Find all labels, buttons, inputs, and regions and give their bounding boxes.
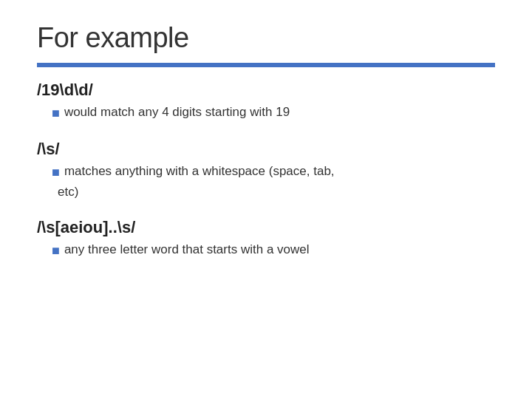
bullet-icon-s: ■ xyxy=(52,163,60,183)
code-label-s: /\s/ xyxy=(37,140,495,159)
bullet-text-saeiou: any three letter word that starts with a… xyxy=(64,240,310,259)
bullet-icon-19dd: ■ xyxy=(52,103,60,123)
bullet-icon-saeiou: ■ xyxy=(52,241,60,261)
section-regex-19dd: /19\d\d/ ■ would match any 4 digits star… xyxy=(37,81,495,123)
bullet-item-s: ■ matches anything with a whitespace (sp… xyxy=(52,162,495,183)
bullet-item-19dd: ■ would match any 4 digits starting with… xyxy=(52,103,495,123)
section-regex-saeiou: /\s[aeiou]..\s/ ■ any three letter word … xyxy=(37,218,495,261)
slide-title: For example xyxy=(37,22,495,54)
bullet-text-s: matches anything with a whitespace (spac… xyxy=(64,162,335,181)
code-label-19dd: /19\d\d/ xyxy=(37,81,495,100)
blue-divider-bar xyxy=(37,63,495,67)
bullet-item-saeiou: ■ any three letter word that starts with… xyxy=(52,240,495,261)
bullet-text-19dd: would match any 4 digits starting with 1… xyxy=(64,103,290,122)
code-label-saeiou: /\s[aeiou]..\s/ xyxy=(37,218,495,237)
slide-container: For example /19\d\d/ ■ would match any 4… xyxy=(0,0,532,399)
section-regex-s: /\s/ ■ matches anything with a whitespac… xyxy=(37,140,495,202)
bullet-text-s-continuation: etc) xyxy=(58,183,495,202)
